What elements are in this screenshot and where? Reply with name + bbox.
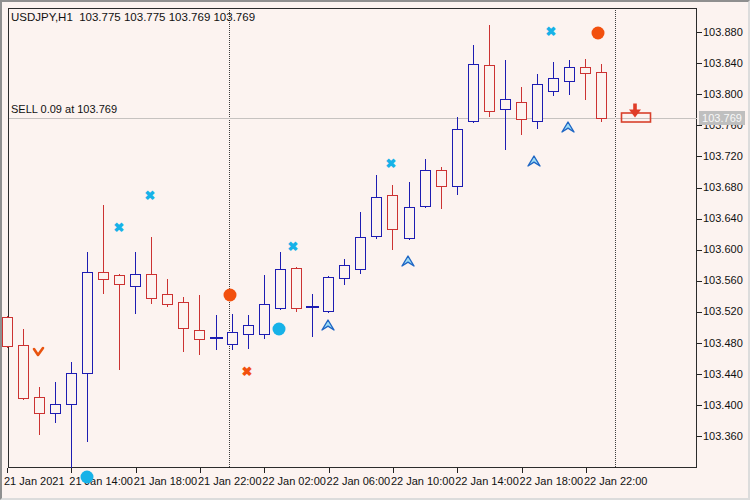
- candle-doji-dash: [306, 306, 319, 308]
- candle-body-bear: [194, 330, 205, 340]
- day-separator-line: [615, 10, 616, 467]
- cross-cyan-icon: ✖: [546, 25, 557, 38]
- sell-entry-arrow-icon: [617, 103, 653, 128]
- cross-cyan-icon: ✖: [114, 221, 125, 234]
- time-axis-tick: [7, 468, 8, 473]
- candle-body-bear: [2, 317, 13, 347]
- time-axis-label: 21 Jan 14:00: [69, 475, 133, 487]
- up-arrow-icon: [321, 318, 335, 334]
- time-axis-tick: [586, 468, 587, 473]
- time-axis-label: 22 Jan 06:00: [327, 475, 391, 487]
- candle-body-bull: [339, 265, 350, 279]
- cross-cyan-icon: ✖: [145, 189, 156, 202]
- time-axis-tick: [522, 468, 523, 473]
- time-axis-label: 22 Jan 18:00: [520, 475, 584, 487]
- candle-body-bear: [580, 67, 591, 74]
- up-arrow-icon: [527, 154, 541, 170]
- candle-body-bear: [484, 65, 495, 112]
- candle-wick: [585, 59, 586, 99]
- time-axis-tick: [200, 468, 201, 473]
- candle-body-bull: [532, 84, 543, 122]
- candle-body-bear: [98, 272, 109, 280]
- candle-body-bear: [387, 195, 398, 230]
- time-axis-tick: [136, 468, 137, 473]
- time-axis-label: 21 Jan 18:00: [134, 475, 198, 487]
- candle-doji-dash: [210, 337, 223, 339]
- candle-body-bull: [259, 304, 270, 335]
- candle-body-bull: [275, 269, 286, 309]
- candle-body-bear: [516, 102, 527, 120]
- candle-body-bull: [50, 404, 61, 414]
- candle-body-bull: [355, 237, 366, 270]
- position-label: SELL 0.09 at 103.769: [11, 103, 117, 115]
- chart-title: USDJPY,H1 103.775 103.775 103.769 103.76…: [11, 11, 255, 23]
- candle-body-bear: [162, 294, 173, 305]
- candle-body-bear: [18, 345, 29, 399]
- candle-body-bull: [323, 277, 334, 312]
- dot-orange-icon: [224, 289, 237, 302]
- time-axis-label: 22 Jan 10:00: [391, 475, 455, 487]
- candle-body-bull: [404, 207, 415, 239]
- time-axis-tick: [264, 468, 265, 473]
- up-arrow-icon: [401, 254, 415, 270]
- candle-wick: [103, 205, 104, 294]
- candle-body-bull: [468, 64, 479, 122]
- candle-body-bear: [146, 274, 157, 299]
- dot-cyan-icon: [273, 323, 286, 336]
- time-axis-tick: [71, 468, 72, 473]
- cross-cyan-icon: ✖: [288, 240, 299, 253]
- time-axis-label: 21 Jan 2021: [4, 475, 65, 487]
- candle-body-bull: [564, 67, 575, 82]
- candle-body-bull: [500, 99, 511, 110]
- candle-wick: [199, 295, 200, 355]
- cross-orange-icon: ✖: [242, 365, 253, 378]
- price-tag: 103.769: [699, 111, 745, 125]
- check-arrow-orange-icon: [32, 345, 46, 361]
- candle-body-bear: [34, 397, 45, 414]
- time-axis-label: 22 Jan 22:00: [584, 475, 648, 487]
- candle-body-bull: [66, 373, 77, 405]
- time-axis[interactable]: 21 Jan 202121 Jan 14:0021 Jan 18:0021 Ja…: [2, 2, 750, 500]
- time-axis-tick: [329, 468, 330, 473]
- candle-wick: [119, 274, 120, 370]
- candle-wick: [216, 315, 217, 350]
- candle-body-bull: [243, 325, 254, 335]
- day-separator-line: [229, 10, 230, 467]
- candle-body-bull: [227, 332, 238, 345]
- candle-body-bear: [114, 275, 125, 284]
- time-axis-label: 21 Jan 22:00: [198, 475, 262, 487]
- time-axis-label: 22 Jan 02:00: [262, 475, 326, 487]
- dot-orange-icon: [592, 27, 605, 40]
- dot-cyan-icon: [81, 471, 94, 484]
- candle-body-bull: [371, 197, 382, 237]
- time-axis-label: 22 Jan 14:00: [455, 475, 519, 487]
- time-axis-tick: [457, 468, 458, 473]
- up-arrow-icon: [561, 120, 575, 136]
- candle-body-bear: [436, 170, 447, 186]
- candle-body-bear: [596, 72, 607, 119]
- candle-body-bull: [130, 274, 141, 287]
- candle-wick: [312, 294, 313, 337]
- candle-body-bull: [420, 170, 431, 207]
- candle-body-bull: [452, 129, 463, 187]
- candle-body-bear: [291, 268, 302, 308]
- cross-cyan-icon: ✖: [386, 157, 397, 170]
- time-axis-tick: [393, 468, 394, 473]
- candle-body-bull: [548, 78, 559, 92]
- position-price-line: [9, 118, 697, 119]
- candle-body-bear: [178, 302, 189, 329]
- chart-window: ✖✖✖✖✖✖ USDJPY,H1 103.775 103.775 103.769…: [0, 0, 750, 500]
- candle-body-bull: [82, 272, 93, 374]
- candle-wick: [55, 382, 56, 423]
